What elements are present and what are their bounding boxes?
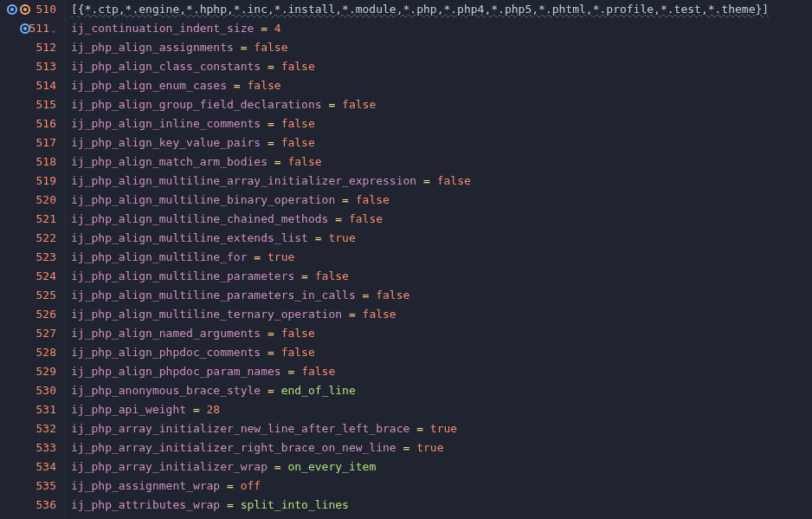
config-value: false xyxy=(342,98,376,111)
config-line[interactable]: ij_php_align_inline_comments = false xyxy=(71,114,812,133)
config-key: ij_php_align_multiline_extends_list xyxy=(71,231,308,244)
line-number: 536 xyxy=(0,496,65,515)
config-key: ij_php_attributes_wrap xyxy=(71,498,220,511)
config-key: ij_php_align_assignments xyxy=(71,41,234,54)
line-number-gutter: 510511⌄512513514515516517518519520521522… xyxy=(0,0,66,519)
config-line[interactable]: ij_php_align_multiline_extends_list = tr… xyxy=(71,229,812,248)
line-number: 518 xyxy=(0,152,65,172)
line-number: 532 xyxy=(0,419,65,438)
config-key: ij_php_anonymous_brace_style xyxy=(71,384,261,397)
config-value: false xyxy=(287,155,321,168)
config-key: ij_php_align_multiline_chained_methods xyxy=(71,212,328,225)
config-line[interactable]: ij_php_attributes_wrap = split_into_line… xyxy=(71,496,812,515)
line-number: 535 xyxy=(0,477,65,496)
config-line[interactable]: ij_php_align_enum_cases = false xyxy=(71,76,812,95)
section-header-line[interactable]: [{*.ctp,*.engine,*.hphp,*.inc,*.install,… xyxy=(71,0,812,19)
equals-sign: = xyxy=(241,41,248,54)
config-key: ij_php_align_multiline_parameters_in_cal… xyxy=(71,289,356,302)
config-value: false xyxy=(254,41,287,54)
config-line[interactable]: ij_php_align_class_constants = false xyxy=(71,57,812,76)
config-line[interactable]: ij_php_align_multiline_binary_operation … xyxy=(71,191,812,210)
config-key: ij_php_align_group_field_declarations xyxy=(71,98,322,111)
equals-sign: = xyxy=(301,269,308,282)
config-value: false xyxy=(281,327,315,340)
code-area[interactable]: [{*.ctp,*.engine,*.hphp,*.inc,*.install,… xyxy=(66,0,812,519)
config-value: false xyxy=(437,174,471,187)
config-line[interactable]: ij_php_align_phpdoc_comments = false xyxy=(71,343,812,362)
config-line[interactable]: ij_php_align_multiline_parameters = fals… xyxy=(71,267,812,286)
config-line[interactable]: ij_continuation_indent_size = 4 xyxy=(71,19,812,38)
equals-sign: = xyxy=(315,231,322,244)
equals-sign: = xyxy=(193,403,200,416)
line-number: 516 xyxy=(0,114,65,133)
config-line[interactable]: ij_php_assignment_wrap = off xyxy=(71,477,812,496)
line-number: 522 xyxy=(0,229,65,248)
line-number: 526 xyxy=(0,305,65,324)
config-key: ij_php_api_weight xyxy=(71,403,186,416)
config-line[interactable]: ij_php_align_multiline_parameters_in_cal… xyxy=(71,286,812,305)
line-number: 511⌄ xyxy=(0,19,65,38)
config-value: false xyxy=(349,212,383,225)
config-key: ij_php_align_phpdoc_param_names xyxy=(71,365,281,378)
equals-sign: = xyxy=(267,136,274,149)
config-key: ij_continuation_indent_size xyxy=(71,22,254,35)
equals-sign: = xyxy=(274,155,281,168)
config-key: ij_php_align_multiline_binary_operation xyxy=(71,193,335,206)
config-value: false xyxy=(363,308,396,321)
line-number: 513 xyxy=(0,57,65,76)
equals-sign: = xyxy=(254,250,261,263)
equals-sign: = xyxy=(261,22,267,35)
config-line[interactable]: ij_php_array_initializer_new_line_after_… xyxy=(71,419,812,438)
config-line[interactable]: ij_php_align_group_field_declarations = … xyxy=(71,95,812,114)
config-key: ij_php_array_initializer_right_brace_on_… xyxy=(71,441,396,454)
equals-sign: = xyxy=(227,498,234,511)
config-key: ij_php_align_match_arm_bodies xyxy=(71,155,267,168)
config-line[interactable]: ij_php_align_phpdoc_param_names = false xyxy=(71,362,812,381)
equals-sign: = xyxy=(416,422,423,435)
line-number: 512 xyxy=(0,38,65,57)
code-editor[interactable]: 510511⌄512513514515516517518519520521522… xyxy=(0,0,812,519)
config-key: ij_php_align_inline_comments xyxy=(71,117,261,130)
config-line[interactable]: ij_php_array_initializer_right_brace_on_… xyxy=(71,438,812,457)
line-number: 517 xyxy=(0,133,65,152)
config-key: ij_php_align_multiline_ternary_operation xyxy=(71,308,342,321)
config-line[interactable]: ij_php_api_weight = 28 xyxy=(71,400,812,419)
config-value: 4 xyxy=(274,22,281,35)
equals-sign: = xyxy=(274,460,281,473)
line-number: 523 xyxy=(0,248,65,267)
config-value: split_into_lines xyxy=(241,498,349,511)
config-line[interactable]: ij_php_align_assignments = false xyxy=(71,38,812,57)
config-line[interactable]: ij_php_align_multiline_chained_methods =… xyxy=(71,210,812,229)
equals-sign: = xyxy=(267,384,274,397)
config-value: end_of_line xyxy=(281,384,356,397)
section-header-text: [{*.ctp,*.engine,*.hphp,*.inc,*.install,… xyxy=(71,3,769,16)
config-key: ij_php_array_initializer_wrap xyxy=(71,460,267,473)
config-value: false xyxy=(376,289,409,302)
config-line[interactable]: ij_php_align_match_arm_bodies = false xyxy=(71,152,812,172)
line-number: 525 xyxy=(0,286,65,305)
config-line[interactable]: ij_php_array_initializer_wrap = on_every… xyxy=(71,457,812,477)
config-line[interactable]: ij_php_align_key_value_pairs = false xyxy=(71,133,812,152)
config-value: true xyxy=(267,250,294,263)
target-icon xyxy=(7,4,17,15)
target-icon xyxy=(20,23,30,34)
config-value: false xyxy=(356,193,390,206)
config-line[interactable]: ij_php_align_multiline_for = true xyxy=(71,248,812,267)
equals-sign: = xyxy=(328,98,335,111)
fold-chevron-down-icon[interactable]: ⌄ xyxy=(51,24,56,34)
line-number: 521 xyxy=(0,210,65,229)
equals-sign: = xyxy=(267,117,274,130)
line-number: 519 xyxy=(0,172,65,191)
config-line[interactable]: ij_php_align_multiline_array_initializer… xyxy=(71,172,812,191)
config-value: false xyxy=(281,117,315,130)
config-value: 28 xyxy=(207,403,221,416)
config-line[interactable]: ij_php_align_multiline_ternary_operation… xyxy=(71,305,812,324)
line-number: 515 xyxy=(0,95,65,114)
config-value: true xyxy=(416,441,443,454)
line-number: 531 xyxy=(0,400,65,419)
config-line[interactable]: ij_php_anonymous_brace_style = end_of_li… xyxy=(71,381,812,400)
config-value: false xyxy=(315,269,349,282)
config-key: ij_php_align_named_arguments xyxy=(71,327,261,340)
equals-sign: = xyxy=(267,60,274,73)
config-line[interactable]: ij_php_align_named_arguments = false xyxy=(71,324,812,343)
